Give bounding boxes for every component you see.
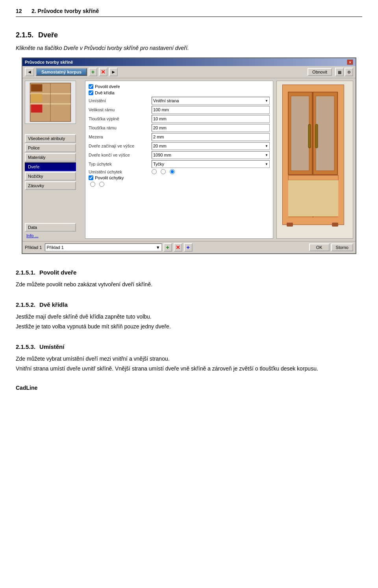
subsection-2152-text1: Jestliže mají dveře skříně dvě křídla za… [16, 313, 362, 321]
example-select[interactable]: Příklad 1 ▼ [45, 243, 161, 251]
add-button[interactable]: + [89, 68, 97, 76]
nav-btn-nozicky[interactable]: Nožičky [25, 172, 76, 181]
subsection-2153-text1: Zde můžete vybrat umístění dveří mezi vn… [16, 355, 362, 363]
cabinet-preview [25, 81, 76, 124]
chevron-down-icon-5: ▼ [156, 245, 160, 250]
subsection-2152: 2.1.5.2. Dvě křídla Jestliže mají dveře … [16, 294, 362, 331]
nav-btn-dvere[interactable]: Dveře [25, 162, 76, 171]
radio-extra-1[interactable] [90, 182, 95, 187]
dialog-form-panel: Povolit dveře Dvě křídla Umístění Vnitřn… [82, 81, 276, 239]
forward-button[interactable]: ► [109, 68, 118, 76]
svg-rect-15 [291, 96, 309, 171]
refresh-button[interactable]: Obnovit [308, 68, 332, 76]
cabinet-3d-preview [276, 81, 353, 239]
svg-rect-5 [31, 105, 43, 113]
delete-button[interactable]: ✕ [99, 68, 107, 76]
input-velikost-ramu[interactable] [152, 106, 270, 114]
nav-btn-materialy[interactable]: Materiály [25, 153, 76, 162]
svg-rect-8 [283, 85, 344, 92]
subsection-2153-title: Umístění [39, 343, 64, 350]
select-dvere-konci-value: 1090 mm [153, 153, 171, 157]
label-velikost-ramu: Velikost rámu [89, 107, 152, 112]
input-tloustka-vplne[interactable] [152, 115, 270, 123]
storno-button[interactable]: Storno [331, 243, 353, 251]
info-link[interactable]: Info ... [25, 232, 82, 239]
checkbox-row-povolit-dvere: Povolit dveře [89, 84, 270, 89]
section-intro: Klikněte na tlačítko Dveře v Průvodci tv… [16, 45, 362, 51]
select-umisteni-value: Vnitřní strana [153, 98, 179, 103]
svg-rect-19 [315, 124, 318, 148]
chevron-down-icon-3: ▼ [265, 153, 268, 157]
back-button[interactable]: ◄ [25, 68, 34, 76]
form-row-typ-uchytek: Typ úchytek Tyčky ▼ [89, 160, 270, 168]
checkbox-label-povolit-uchytky: Povolit úchytky [95, 175, 124, 180]
radio-umisteni-3[interactable] [170, 169, 175, 174]
subsection-2151-number: 2.1.5.1. [16, 269, 35, 276]
form-row-tloustka-vplne: Tloušťka výplně [89, 115, 270, 123]
radio-umisteni-2[interactable] [161, 169, 166, 174]
section-title: Dveře [38, 31, 58, 39]
checkbox-row-povolit-uchytky: Povolit úchytky [89, 175, 270, 180]
close-button[interactable]: ✕ [347, 59, 353, 65]
nav-btn-vseobeche[interactable]: Všeobecné atributy [25, 134, 76, 143]
chapter-title: 2. Průvodce tvorby skříně [32, 8, 99, 14]
subsection-2151-title: Povolit dveře [39, 269, 76, 276]
radio-group-umisteni-uchytek [152, 169, 175, 174]
subsection-2152-text2: Jestliže je tato volba vypnutá bude mít … [16, 323, 362, 331]
dialog-nav-panel: Všeobecné atributy Police Materiály Dveř… [25, 81, 82, 239]
svg-rect-4 [31, 94, 43, 102]
input-mezera[interactable] [152, 133, 270, 141]
ok-button[interactable]: OK [309, 243, 330, 251]
radio-group-extra [90, 182, 270, 187]
input-tloustka-ramu[interactable] [152, 124, 270, 132]
form-row-velikost-ramu: Velikost rámu [89, 106, 270, 114]
page-header: 12 2. Průvodce tvorby skříně [16, 8, 362, 17]
label-umisteni: Umístění [89, 98, 152, 103]
label-dvere-zacinaji: Dveře začínají ve výšce [89, 144, 152, 148]
form-row-umisteni: Umístění Vnitřní strana ▼ [89, 97, 270, 105]
settings-icon-button[interactable]: ⚙ [345, 68, 353, 76]
select-typ-uchytek[interactable]: Tyčky ▼ [152, 160, 270, 168]
label-tloustka-ramu: Tloušťka rámu [89, 125, 152, 130]
dialog-titlebar: Průvodce tvorby skříně ✕ [22, 58, 356, 66]
select-dvere-zacinaji[interactable]: 20 mm ▼ [152, 142, 270, 150]
corpus-button[interactable]: Samostatný korpus [36, 68, 87, 76]
subsection-2153-number: 2.1.5.3. [16, 343, 35, 350]
data-button[interactable]: Data [25, 223, 76, 232]
checkbox-row-dve-kridla: Dvě křídla [89, 90, 270, 95]
subsection-2152-title: Dvě křídla [39, 301, 68, 308]
dialog-title: Průvodce tvorby skříně [25, 60, 73, 65]
nav-btn-zasuvky[interactable]: Zásuvky [25, 181, 76, 190]
svg-rect-13 [288, 175, 338, 180]
example-label: Příklad 1 [25, 245, 42, 250]
page-footer: CadLine [16, 385, 362, 391]
radio-extra-2[interactable] [99, 182, 104, 187]
label-mezera: Mezera [89, 135, 152, 139]
checkbox-povolit-uchytky[interactable] [89, 175, 93, 180]
select-dvere-konci[interactable]: 1090 mm ▼ [152, 151, 270, 159]
dialog-window: Průvodce tvorby skříně ✕ ◄ Samostatný ko… [22, 57, 356, 254]
grid-icon-button[interactable]: ▦ [335, 68, 344, 76]
bottom-add2-button[interactable]: + [184, 243, 193, 252]
svg-rect-20 [288, 180, 338, 216]
select-typ-uchytek-value: Tyčky [153, 162, 164, 166]
form-row-dvere-konci: Dveře končí ve výšce 1090 mm ▼ [89, 151, 270, 159]
dialog-bottom-bar: Příklad 1 Příklad 1 ▼ + ✕ + OK Storno [22, 241, 356, 253]
bottom-delete-button[interactable]: ✕ [174, 243, 182, 252]
section-number: 2.1.5. [16, 31, 33, 39]
form-section: Povolit dveře Dvě křídla Umístění Vnitřn… [85, 81, 273, 239]
checkbox-povolit-dvere[interactable] [89, 84, 93, 89]
bottom-add-button[interactable]: + [163, 243, 172, 252]
chevron-down-icon-2: ▼ [265, 144, 268, 148]
svg-rect-17 [316, 96, 334, 171]
nav-btn-police[interactable]: Police [25, 144, 76, 152]
svg-rect-22 [332, 223, 338, 227]
checkbox-dve-kridla[interactable] [89, 90, 93, 95]
form-row-dvere-zacinaji: Dveře začínají ve výšce 20 mm ▼ [89, 142, 270, 150]
subsection-2153-text2: Vnitřní strana umístí dveře uvnitř skřín… [16, 365, 362, 373]
select-umisteni[interactable]: Vnitřní strana ▼ [152, 97, 270, 105]
radio-umisteni-1[interactable] [152, 169, 157, 174]
label-dvere-konci: Dveře končí ve výšce [89, 153, 152, 157]
svg-rect-21 [287, 223, 293, 227]
svg-rect-18 [308, 124, 311, 148]
